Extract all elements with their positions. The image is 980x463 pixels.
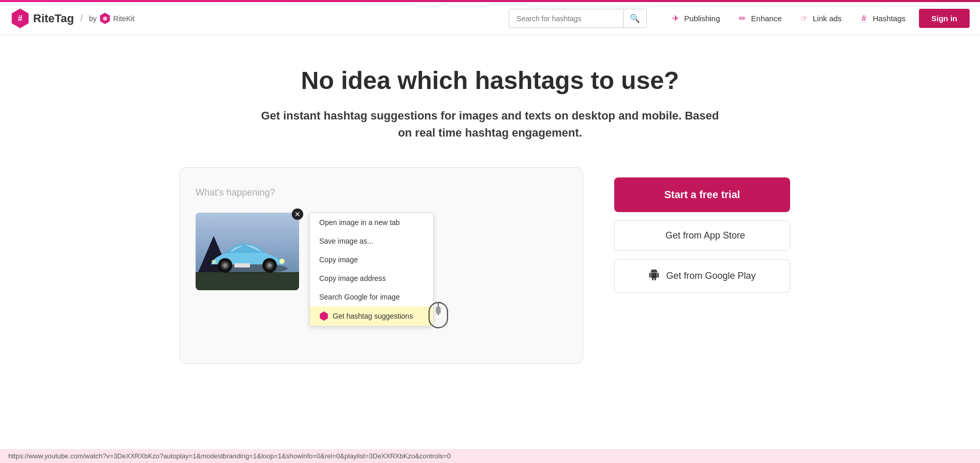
search-icon: 🔍 bbox=[630, 14, 640, 23]
close-icon: ✕ bbox=[294, 210, 301, 218]
context-menu-item-copy-addr[interactable]: Copy image address bbox=[310, 269, 433, 288]
android-icon bbox=[648, 269, 660, 283]
mouse-cursor-icon bbox=[423, 293, 454, 332]
hashtag-hex-icon bbox=[319, 311, 329, 321]
main-content: No idea which hashtags to use? Get insta… bbox=[0, 35, 980, 374]
logo-area[interactable]: # RiteTag / by RiteKit bbox=[10, 9, 135, 28]
svg-rect-10 bbox=[234, 263, 250, 267]
nav-link-publishing[interactable]: ✈ Publishing bbox=[662, 9, 727, 28]
paper-plane-icon: ✈ bbox=[670, 13, 681, 24]
hero-subtitle: Get instant hashtag suggestions for imag… bbox=[257, 107, 723, 141]
signin-button[interactable]: Sign in bbox=[919, 9, 970, 28]
navbar: # RiteTag / by RiteKit 🔍 ✈ Publishing ✏ … bbox=[0, 2, 980, 35]
hash-icon: # bbox=[858, 13, 870, 24]
start-free-trial-button[interactable]: Start a free trial bbox=[614, 177, 790, 212]
car-illustration bbox=[203, 238, 291, 275]
context-menu-hashtag-label: Get hashtag suggestions bbox=[333, 312, 413, 320]
status-url: https://www.youtube.com/watch?v=3DeXXRXb… bbox=[8, 452, 451, 460]
ritekit-hex-icon bbox=[99, 13, 111, 24]
status-bar: https://www.youtube.com/watch?v=3DeXXRXb… bbox=[0, 449, 980, 463]
context-menu-item-get-hashtags[interactable]: Get hashtag suggestions bbox=[310, 306, 433, 326]
content-row: What's happening? bbox=[180, 167, 800, 364]
app-store-label: Get from App Store bbox=[665, 230, 745, 241]
image-close-button[interactable]: ✕ bbox=[292, 208, 303, 220]
context-menu-area: Open image in a new tab Save image as...… bbox=[309, 213, 434, 326]
context-menu-item-copy[interactable]: Copy image bbox=[310, 250, 433, 269]
hero-title: No idea which hashtags to use? bbox=[301, 66, 679, 95]
logo-text: RiteTag bbox=[33, 12, 74, 25]
pencil-icon: ✏ bbox=[737, 13, 748, 24]
nav-link-hashtags[interactable]: # Hashtags bbox=[851, 9, 913, 28]
search-button[interactable]: 🔍 bbox=[623, 9, 646, 27]
nav-link-enhance-label: Enhance bbox=[751, 14, 782, 23]
context-menu-item-save[interactable]: Save image as... bbox=[310, 232, 433, 250]
context-menu: Open image in a new tab Save image as...… bbox=[309, 213, 434, 326]
svg-rect-13 bbox=[436, 306, 440, 314]
google-play-label: Get from Google Play bbox=[666, 271, 755, 281]
demo-image-area: ✕ Open image in a new tab Save image as.… bbox=[196, 213, 567, 326]
logo-hex-icon: # bbox=[10, 9, 30, 28]
context-menu-item-search-google[interactable]: Search Google for image bbox=[310, 288, 433, 306]
demo-panel: What's happening? bbox=[180, 167, 583, 364]
svg-point-7 bbox=[268, 263, 272, 267]
context-menu-item-open[interactable]: Open image in a new tab bbox=[310, 213, 433, 232]
by-label: by bbox=[89, 14, 97, 23]
svg-point-9 bbox=[212, 260, 216, 264]
demo-image bbox=[196, 213, 299, 290]
logo-divider: / bbox=[80, 13, 83, 24]
demo-image-wrapper: ✕ bbox=[196, 213, 299, 290]
svg-point-0 bbox=[103, 17, 107, 21]
cursor-icon: ☞ bbox=[798, 13, 810, 24]
nav-link-linkads-label: Link ads bbox=[813, 14, 842, 23]
tweet-placeholder: What's happening? bbox=[196, 183, 567, 202]
svg-point-4 bbox=[223, 263, 227, 267]
search-input[interactable] bbox=[509, 10, 623, 27]
cta-panel: Start a free trial Get from App Store Ge… bbox=[614, 167, 790, 293]
ritekit-label: RiteKit bbox=[113, 14, 135, 23]
nav-links: ✈ Publishing ✏ Enhance ☞ Link ads # Hash… bbox=[662, 9, 970, 28]
nav-link-enhance[interactable]: ✏ Enhance bbox=[730, 9, 789, 28]
search-bar: 🔍 bbox=[509, 9, 647, 28]
get-from-google-play-button[interactable]: Get from Google Play bbox=[614, 259, 790, 293]
by-ritekit: by RiteKit bbox=[89, 13, 135, 24]
nav-link-linkads[interactable]: ☞ Link ads bbox=[791, 9, 849, 28]
nav-link-hashtags-label: Hashtags bbox=[873, 14, 905, 23]
nav-link-publishing-label: Publishing bbox=[684, 14, 720, 23]
svg-point-8 bbox=[279, 259, 285, 264]
get-from-app-store-button[interactable]: Get from App Store bbox=[614, 220, 790, 251]
